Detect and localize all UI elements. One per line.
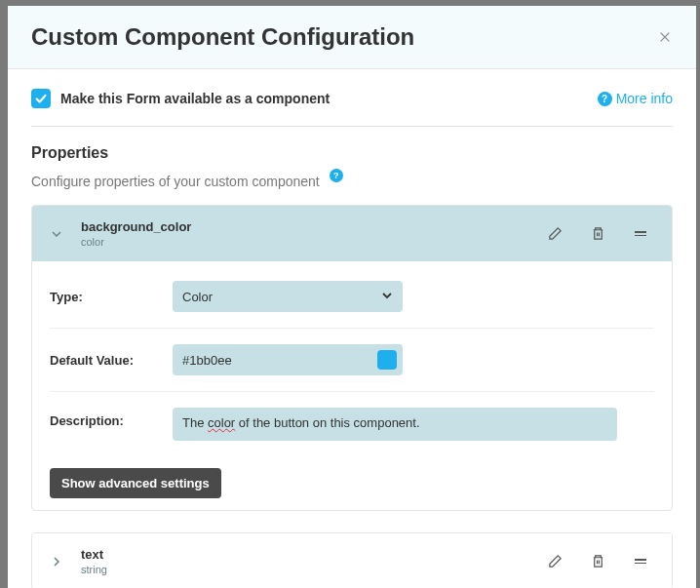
type-value: Color bbox=[173, 281, 403, 312]
modal-header: Custom Component Configuration bbox=[8, 6, 696, 69]
top-row: Make this Form available as a component … bbox=[31, 89, 673, 127]
edit-icon[interactable] bbox=[547, 554, 563, 569]
modal-body: Make this Form available as a component … bbox=[8, 69, 696, 588]
type-row: Type: Color bbox=[50, 281, 654, 328]
available-checkbox[interactable] bbox=[31, 89, 51, 108]
property-card: text string bbox=[31, 532, 673, 588]
properties-desc-row: Configure properties of your custom comp… bbox=[31, 174, 673, 189]
properties-title: Properties bbox=[31, 144, 673, 162]
property-body: Type: Color Default Value: #1bb0ee bbox=[32, 261, 672, 456]
property-actions bbox=[547, 226, 648, 242]
collapse-icon[interactable] bbox=[50, 227, 63, 241]
properties-desc: Configure properties of your custom comp… bbox=[31, 174, 320, 189]
property-type: color bbox=[81, 236, 547, 248]
expand-icon[interactable] bbox=[50, 555, 63, 568]
chevron-down-icon bbox=[381, 288, 393, 305]
description-label: Description: bbox=[50, 413, 173, 428]
property-card: background_color color T bbox=[31, 205, 673, 511]
modal-title: Custom Component Configuration bbox=[31, 23, 414, 51]
description-row: Description: The color of the button on … bbox=[50, 391, 654, 441]
default-row: Default Value: #1bb0ee bbox=[50, 328, 654, 391]
advanced-settings-button[interactable]: Show advanced settings bbox=[50, 468, 221, 498]
drag-handle-icon[interactable] bbox=[633, 226, 648, 242]
property-name-area: text string bbox=[81, 547, 547, 575]
drag-handle-icon[interactable] bbox=[633, 554, 648, 569]
property-name: background_color bbox=[81, 219, 547, 234]
description-wrap: The color of the button on this componen… bbox=[173, 408, 617, 441]
type-select[interactable]: Color bbox=[173, 281, 403, 312]
delete-icon[interactable] bbox=[590, 554, 605, 569]
default-input[interactable]: #1bb0ee bbox=[173, 344, 403, 375]
property-name: text bbox=[81, 547, 547, 562]
property-actions bbox=[547, 554, 648, 569]
color-swatch[interactable] bbox=[377, 350, 397, 370]
property-header: text string bbox=[32, 533, 672, 588]
edit-icon[interactable] bbox=[547, 226, 563, 242]
checkbox-label: Make this Form available as a component bbox=[60, 91, 330, 106]
default-input-wrap: #1bb0ee bbox=[173, 344, 403, 375]
delete-icon[interactable] bbox=[590, 226, 605, 242]
more-info-link[interactable]: ? More info bbox=[598, 91, 673, 106]
more-info-label: More info bbox=[616, 91, 673, 106]
property-name-area: background_color color bbox=[81, 219, 547, 248]
description-input[interactable]: The color of the button on this componen… bbox=[173, 408, 617, 441]
close-icon[interactable] bbox=[657, 29, 673, 45]
info-icon[interactable]: ? bbox=[330, 169, 343, 182]
property-type: string bbox=[81, 564, 547, 575]
checkbox-row: Make this Form available as a component bbox=[31, 89, 330, 108]
property-header: background_color color bbox=[32, 206, 672, 261]
modal: Custom Component Configuration Make this… bbox=[8, 6, 696, 588]
default-label: Default Value: bbox=[50, 353, 173, 368]
type-label: Type: bbox=[50, 290, 173, 304]
question-icon: ? bbox=[598, 92, 612, 106]
